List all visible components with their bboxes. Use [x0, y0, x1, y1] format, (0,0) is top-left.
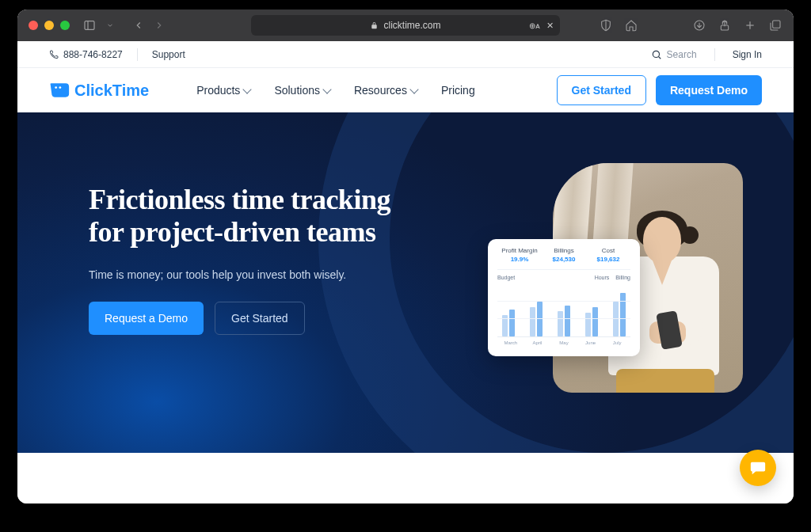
nav-items: Products Solutions Resources Pricing — [196, 84, 475, 97]
svg-rect-0 — [85, 21, 94, 30]
address-bar[interactable]: clicktime.com ⊕ᴀ ✕ — [251, 15, 560, 36]
metric-value: 19.9% — [497, 256, 542, 263]
svg-rect-8 — [773, 21, 780, 28]
share-icon[interactable] — [718, 18, 732, 32]
hero-title: Frictionless time tracking for project-d… — [89, 184, 421, 249]
browser-chrome: clicktime.com ⊕ᴀ ✕ — [17, 10, 794, 41]
phone-link[interactable]: 888-746-8227 — [49, 49, 123, 60]
signin-link[interactable]: Sign In — [733, 49, 762, 60]
download-icon[interactable] — [692, 18, 706, 32]
close-tab-icon[interactable]: ✕ — [546, 21, 554, 31]
metric-profit-margin: Profit Margin 19.9% — [497, 247, 542, 263]
tabs-icon[interactable] — [768, 18, 782, 32]
metric-label: Cost — [586, 247, 630, 254]
chevron-down-icon — [243, 85, 252, 93]
divider — [714, 48, 715, 61]
maximize-window-button[interactable] — [60, 21, 70, 30]
nav-resources[interactable]: Resources — [354, 84, 417, 97]
svg-line-10 — [658, 56, 661, 59]
month-label: July — [603, 340, 630, 345]
nav-label: Products — [196, 84, 240, 97]
chat-widget-button[interactable] — [740, 450, 776, 486]
bar-chart — [497, 285, 630, 337]
nav-label: Resources — [354, 84, 407, 97]
hero-subtitle: Time is money; our tools help you invest… — [89, 268, 421, 281]
support-link[interactable]: Support — [152, 49, 185, 60]
bar — [592, 307, 598, 336]
search-placeholder: Search — [667, 49, 697, 60]
metric-billings: Billings $24,530 — [542, 247, 586, 263]
chart-x-axis: MarchAprilMayJuneJuly — [497, 340, 630, 345]
url-text: clicktime.com — [383, 20, 440, 31]
logo[interactable]: ClickTime — [49, 82, 149, 100]
bar — [565, 306, 570, 336]
below-fold-strip — [17, 459, 794, 504]
card-section-label: Budget — [497, 275, 515, 280]
chevron-down-icon — [409, 85, 418, 93]
metric-cost: Cost $19,632 — [586, 247, 630, 263]
translate-icon[interactable]: ⊕ᴀ — [529, 21, 540, 30]
search-icon — [651, 49, 662, 60]
close-window-button[interactable] — [29, 21, 38, 30]
divider — [137, 48, 138, 61]
sidebar-toggle-icon[interactable] — [82, 18, 97, 32]
shield-icon[interactable] — [599, 18, 613, 32]
bar-group — [581, 307, 601, 336]
metric-value: $19,632 — [586, 256, 630, 263]
phone-number: 888-746-8227 — [63, 49, 123, 60]
month-label: April — [524, 340, 551, 345]
bar-group — [554, 306, 574, 336]
nav-pricing[interactable]: Pricing — [441, 84, 475, 97]
bar — [585, 313, 591, 336]
svg-point-12 — [59, 86, 61, 89]
svg-point-9 — [653, 51, 659, 57]
search-field[interactable]: Search — [651, 49, 697, 60]
logo-mark-icon — [49, 82, 70, 99]
phone-icon — [49, 50, 59, 59]
svg-point-11 — [55, 86, 57, 89]
new-tab-icon[interactable] — [743, 18, 757, 32]
lock-icon — [370, 21, 379, 30]
forward-icon[interactable] — [152, 18, 166, 32]
nav-products[interactable]: Products — [196, 84, 250, 97]
chevron-down-icon[interactable] — [103, 18, 117, 32]
browser-window: clicktime.com ⊕ᴀ ✕ — [17, 10, 794, 504]
chevron-down-icon — [322, 85, 331, 93]
logo-text: ClickTime — [74, 82, 149, 100]
metric-label: Profit Margin — [497, 247, 542, 254]
hero-request-demo-button[interactable]: Request a Demo — [89, 302, 204, 335]
request-demo-button[interactable]: Request Demo — [656, 75, 762, 105]
traffic-lights — [29, 21, 70, 30]
legend-hours: Hours — [595, 275, 610, 280]
hero-section: Frictionless time tracking for project-d… — [17, 112, 794, 453]
bar — [509, 310, 515, 336]
hero-get-started-button[interactable]: Get Started — [215, 302, 305, 335]
minimize-window-button[interactable] — [44, 21, 54, 30]
month-label: June — [577, 340, 604, 345]
back-icon[interactable] — [131, 18, 146, 32]
main-nav: ClickTime Products Solutions Resources P… — [17, 68, 794, 112]
nav-label: Solutions — [274, 84, 320, 97]
metric-label: Billings — [542, 247, 586, 254]
month-label: May — [550, 340, 577, 345]
nav-solutions[interactable]: Solutions — [274, 84, 330, 97]
month-label: March — [497, 340, 524, 345]
nav-label: Pricing — [441, 84, 475, 97]
hero-illustration: Profit Margin 19.9% Billings $24,530 Cos… — [489, 163, 743, 401]
home-icon[interactable] — [624, 18, 638, 32]
bar — [530, 307, 535, 336]
get-started-button[interactable]: Get Started — [557, 75, 646, 105]
legend-billing: Billing — [615, 275, 630, 280]
bar-group — [609, 293, 629, 336]
chat-icon — [749, 459, 767, 477]
bar-group — [499, 310, 519, 336]
bar — [558, 311, 563, 336]
utility-bar: 888-746-8227 Support Search Sign In — [17, 41, 794, 68]
metrics-card: Profit Margin 19.9% Billings $24,530 Cos… — [488, 239, 640, 356]
bar — [620, 293, 626, 336]
metric-value: $24,530 — [542, 256, 586, 263]
